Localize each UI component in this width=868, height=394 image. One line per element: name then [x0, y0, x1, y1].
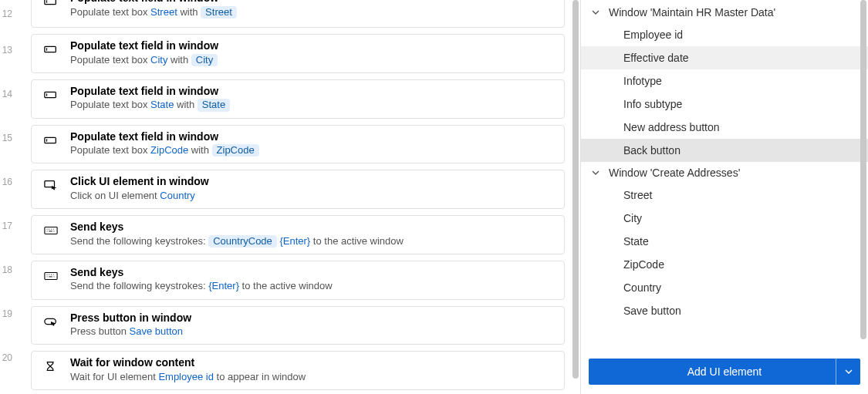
tree-item[interactable]: Employee id [581, 23, 868, 46]
step-body: Send keysSend the following keystrokes: … [70, 266, 553, 293]
textbox-icon [44, 89, 58, 100]
desc-text: Wait for UI element [70, 371, 158, 382]
side-scrollbar[interactable] [860, 0, 866, 339]
flow-step[interactable]: Populate text field in windowPopulate te… [31, 79, 565, 119]
step-description: Populate text box Street with Street [70, 6, 553, 19]
step-description: Populate text box State with State [70, 99, 553, 111]
tree-group-header[interactable]: Window 'Create Addresses' [581, 162, 868, 184]
flow-step[interactable]: Populate text field in windowPopulate te… [31, 34, 565, 73]
tree-item[interactable]: Infotype [581, 69, 868, 93]
flow-step[interactable]: Click UI element in windowClick on UI el… [31, 170, 565, 209]
step-body: Populate text field in windowPopulate te… [70, 130, 553, 157]
flow-column: 121314151617181920 Populate text field i… [0, 0, 580, 394]
step-number: 17 [0, 204, 15, 248]
desc-text: Populate text box [70, 144, 150, 156]
flow-step[interactable]: Wait for window contentWait for UI eleme… [31, 351, 565, 390]
step-body: Click UI element in windowClick on UI el… [70, 175, 553, 202]
tree-item[interactable]: Save button [581, 299, 868, 322]
add-ui-element-split[interactable] [836, 359, 860, 385]
step-description: Populate text box ZipCode with ZipCode [70, 144, 553, 157]
ui-elements-panel: Window 'Maintain HR Master Data'Employee… [580, 0, 868, 394]
variable-pill[interactable]: City [191, 54, 218, 66]
step-body: Press button in windowPress button Save … [70, 311, 553, 338]
flow-step[interactable]: Press button in windowPress button Save … [31, 306, 565, 345]
keyboard-icon [44, 271, 58, 281]
variable-pill[interactable]: State [198, 99, 230, 111]
desc-text: with [177, 6, 201, 18]
step-body: Populate text field in windowPopulate te… [70, 85, 553, 112]
ui-element-link[interactable]: Country [160, 190, 195, 201]
step-title: Wait for window content [70, 356, 553, 370]
chevron-down-icon [844, 367, 853, 376]
step-title: Populate text field in window [70, 85, 553, 99]
flow-step[interactable]: Populate text field in windowPopulate te… [31, 0, 565, 28]
step-number: 19 [0, 291, 15, 335]
ui-element-link[interactable]: ZipCode [150, 144, 188, 156]
ui-element-link[interactable]: City [150, 54, 167, 66]
textbox-icon [44, 135, 58, 146]
desc-text: Send the following keystrokes: [70, 235, 208, 247]
keystroke-token: {Enter} [208, 280, 239, 291]
wait-icon [44, 361, 58, 372]
step-icon-wrap [42, 39, 59, 55]
flow-steps: Populate text field in windowPopulate te… [15, 0, 580, 394]
desc-text: to appear in window [214, 371, 306, 382]
desc-text: Populate text box [70, 6, 150, 18]
desc-text: with [167, 54, 191, 66]
step-number: 20 [0, 335, 15, 379]
step-description: Wait for UI element Employee id to appea… [70, 371, 553, 383]
ui-elements-tree: Window 'Maintain HR Master Data'Employee… [581, 0, 868, 351]
add-ui-element-label: Add UI element [687, 365, 762, 378]
step-number: 15 [0, 116, 15, 160]
step-title: Populate text field in window [70, 0, 553, 5]
tree-item[interactable]: Street [581, 184, 868, 207]
add-ui-element-button[interactable]: Add UI element [589, 359, 860, 385]
step-icon-wrap [42, 175, 59, 190]
variable-pill[interactable]: Street [201, 6, 237, 19]
tree-item[interactable]: New address button [581, 116, 868, 139]
svg-rect-17 [45, 272, 57, 279]
step-icon-wrap [42, 85, 59, 100]
step-number: 13 [0, 28, 15, 72]
step-body: Wait for window contentWait for UI eleme… [70, 356, 553, 383]
ui-element-link[interactable]: Save button [130, 325, 183, 337]
tree-item[interactable]: Info subtype [581, 93, 868, 116]
step-body: Send keysSend the following keystrokes: … [70, 221, 553, 248]
desc-text: Click on UI element [70, 190, 160, 201]
flow-step[interactable]: Populate text field in windowPopulate te… [31, 125, 565, 164]
flow-step[interactable]: Send keysSend the following keystrokes: … [31, 215, 565, 254]
step-icon-wrap [42, 266, 59, 281]
variable-pill[interactable]: ZipCode [212, 144, 259, 157]
step-icon-wrap [42, 356, 59, 372]
ui-element-link[interactable]: Employee id [158, 371, 214, 382]
step-title: Populate text field in window [70, 130, 553, 144]
desc-text: Press button [70, 325, 130, 337]
variable-pill[interactable]: CountryCode [208, 235, 277, 248]
tree-item[interactable]: City [581, 207, 868, 230]
step-icon-wrap [42, 130, 59, 146]
tree-item[interactable]: Country [581, 276, 868, 299]
textbox-icon [44, 0, 58, 7]
desc-text: to the active window [239, 280, 333, 291]
step-title: Press button in window [70, 311, 553, 325]
ui-element-link[interactable]: Street [150, 6, 177, 18]
flow-step[interactable]: Send keysSend the following keystrokes: … [31, 261, 565, 300]
step-description: Send the following keystrokes: {Enter} t… [70, 280, 553, 292]
tree-group-label: Window 'Create Addresses' [609, 167, 740, 179]
button-icon [44, 316, 58, 327]
keyboard-icon [44, 225, 58, 236]
tree-item[interactable]: ZipCode [581, 253, 868, 276]
tree-item[interactable]: Back button [581, 139, 868, 162]
svg-rect-8 [45, 181, 55, 187]
tree-group-header[interactable]: Window 'Maintain HR Master Data' [581, 2, 868, 23]
tree-item[interactable]: Effective date [581, 46, 868, 69]
step-icon-wrap [42, 221, 59, 236]
step-description: Press button Save button [70, 325, 553, 338]
step-title: Send keys [70, 266, 553, 280]
step-number: 14 [0, 72, 15, 116]
desc-text: with [188, 144, 211, 156]
step-body: Populate text field in windowPopulate te… [70, 39, 553, 66]
ui-element-link[interactable]: State [150, 99, 174, 110]
flow-scrollbar[interactable] [572, 0, 579, 379]
tree-item[interactable]: State [581, 230, 868, 253]
